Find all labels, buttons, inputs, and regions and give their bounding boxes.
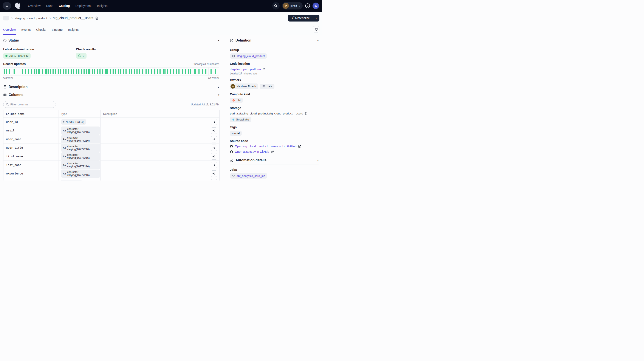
description-section-header[interactable]: Description ▸ <box>3 84 219 90</box>
tab-checks[interactable]: Checks <box>36 28 46 35</box>
reload-icon[interactable] <box>262 68 266 71</box>
deployment-name: prod <box>290 4 297 7</box>
update-tick <box>14 69 15 74</box>
update-tick <box>60 69 61 74</box>
caret-down-icon[interactable]: ▾ <box>218 39 219 42</box>
check-results-pill[interactable]: 2 <box>76 53 86 59</box>
type-pill: Aacharacter varying(16777216) <box>61 144 100 152</box>
table-row: last_name Aacharacter varying(16777216) <box>4 160 219 169</box>
update-tick <box>68 69 69 74</box>
storage-platform-pill[interactable]: ❄ Snowflake <box>230 117 251 122</box>
github-icon <box>230 145 233 148</box>
tag-pill[interactable]: model <box>230 131 242 136</box>
actions-header <box>208 110 219 117</box>
update-tick <box>97 69 98 74</box>
group-pill[interactable]: staging_cloud_product <box>230 53 267 59</box>
overview-main-column: Status ▾ Latest materialization Jul 17, … <box>0 35 226 180</box>
owner-team-pill[interactable]: data <box>260 84 274 89</box>
code-location-link[interactable]: dagster_open_platform <box>230 67 261 71</box>
hamburger-menu-button[interactable] <box>2 2 11 10</box>
latest-materialization-value: Jul 17, 8:02 PM <box>9 54 28 57</box>
owner-user-pill[interactable]: N Nicklaus Roach <box>230 83 258 89</box>
column-lineage-button[interactable] <box>211 145 217 151</box>
asset-tabs: Overview Events Checks Lineage Insights <box>0 24 322 35</box>
table-row: first_name Aacharacter varying(16777216) <box>4 152 219 160</box>
update-tick <box>104 69 106 74</box>
materialize-dropdown-button[interactable]: ▾ <box>313 15 320 21</box>
tab-events[interactable]: Events <box>21 28 30 35</box>
definition-section-header[interactable]: Definition ▾ <box>230 37 318 43</box>
update-tick <box>182 69 184 74</box>
description-section-title: Description <box>8 85 28 89</box>
type-pill: Aacharacter varying(16777216) <box>61 161 100 169</box>
update-tick <box>58 69 59 74</box>
description-header: Description <box>100 110 208 117</box>
column-lineage-button[interactable] <box>211 170 217 177</box>
update-tick <box>202 69 203 74</box>
help-button[interactable]: ? <box>305 3 310 8</box>
recent-updates-timeline[interactable] <box>3 67 219 75</box>
nav-item-runs[interactable]: Runs <box>46 4 53 7</box>
job-pill[interactable]: dbt_analytics_core_job <box>230 173 267 179</box>
caret-down-icon[interactable]: ▾ <box>218 94 219 96</box>
column-lineage-button[interactable] <box>211 179 217 181</box>
automation-section-header[interactable]: Automation details ▾ <box>230 157 318 163</box>
source-code-link-sql[interactable]: Open stg_cloud_product__users.sql in Git… <box>235 145 296 148</box>
update-tick <box>210 69 212 74</box>
filter-columns-input[interactable] <box>10 103 54 106</box>
update-tick <box>42 69 43 74</box>
breadcrumb-ellipsis-button[interactable]: ••• <box>3 16 9 20</box>
caret-down-icon[interactable]: ▾ <box>317 39 318 42</box>
breadcrumb-separator-icon: › <box>49 16 50 20</box>
dbt-icon <box>232 99 235 102</box>
breadcrumb-group-link[interactable]: staging_cloud_product <box>15 16 47 20</box>
update-tick <box>151 69 152 74</box>
sparkle-icon: ✦✦ <box>291 17 293 19</box>
filter-columns-field <box>3 101 56 108</box>
copy-icon[interactable] <box>304 112 307 115</box>
update-tick <box>55 69 56 74</box>
column-lineage-button[interactable] <box>211 127 217 134</box>
column-name-cell: email <box>4 129 58 132</box>
nav-item-catalog[interactable]: Catalog <box>59 4 70 7</box>
update-tick <box>84 69 84 74</box>
update-tick <box>36 69 37 74</box>
columns-updated-text: Updated Jul 17, 8:02 PM <box>191 103 219 106</box>
description-cell <box>100 152 208 160</box>
update-tick <box>112 69 114 74</box>
status-section-header[interactable]: Status ▾ <box>3 37 219 43</box>
caret-down-icon[interactable]: ▾ <box>317 159 318 162</box>
refresh-button[interactable] <box>313 26 320 32</box>
column-lineage-button[interactable] <box>211 153 217 160</box>
dagster-logo[interactable] <box>13 2 22 10</box>
nav-item-overview[interactable]: Overview <box>28 4 40 7</box>
caret-right-icon[interactable]: ▸ <box>218 86 219 88</box>
update-tick <box>120 69 122 74</box>
update-tick <box>142 69 143 74</box>
nav-item-insights[interactable]: Insights <box>97 4 108 7</box>
nav-item-deployment[interactable]: Deployment <box>75 4 92 7</box>
column-name-cell: user_title <box>4 146 58 149</box>
user-avatar[interactable]: S <box>312 2 319 9</box>
copy-asset-name-button[interactable] <box>95 16 98 20</box>
search-button[interactable] <box>272 2 280 9</box>
definition-side-panel: Definition ▾ Group staging_cloud_product… <box>226 35 322 180</box>
tab-lineage[interactable]: Lineage <box>52 28 63 35</box>
caret-down-icon: ▾ <box>316 17 316 19</box>
updates-count-text: Showing all 78 updates <box>193 63 219 66</box>
tab-insights[interactable]: Insights <box>68 28 78 35</box>
update-tick <box>148 69 149 74</box>
materialize-button[interactable]: ✦✦ Materialize <box>288 15 313 21</box>
columns-section-header[interactable]: Columns ▾ <box>3 92 219 98</box>
materialize-label: Materialize <box>295 16 310 20</box>
source-code-link-assets[interactable]: Open assets.py in GitHub <box>235 150 269 153</box>
column-lineage-button[interactable] <box>211 136 217 142</box>
deployment-switcher[interactable]: P prod ▾ <box>282 2 303 9</box>
compute-kind-pill[interactable]: dbt <box>230 98 243 103</box>
team-people-icon <box>262 85 265 88</box>
column-lineage-button[interactable] <box>211 162 217 168</box>
update-tick <box>22 69 23 74</box>
column-lineage-button[interactable] <box>211 119 217 125</box>
tab-overview[interactable]: Overview <box>3 28 16 35</box>
latest-materialization-pill[interactable]: Jul 17, 8:02 PM <box>3 53 30 59</box>
